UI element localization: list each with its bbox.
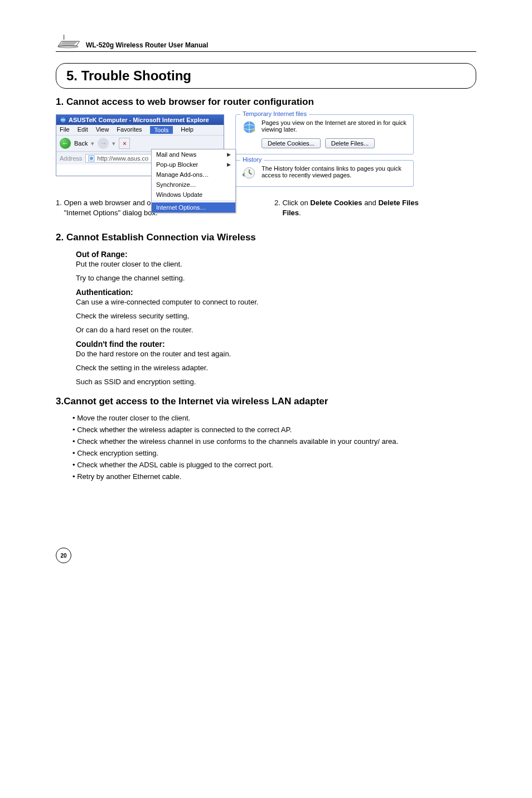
ie-window-mock: ASUSTeK Computer - Microsoft Internet Ex… (56, 114, 224, 176)
internet-files-icon (241, 119, 257, 135)
s2-p7: Check the setting in the wireless adapte… (76, 364, 476, 372)
ie-logo-icon (60, 117, 66, 123)
tif-legend: Temporary Internet files (240, 110, 309, 117)
menu-popup-blocker[interactable]: Pop-up Blocker▶ (152, 159, 235, 170)
caption-2: 2. Click on Delete Cookies and Delete Fi… (274, 198, 476, 217)
menu-view[interactable]: View (96, 126, 109, 134)
address-value: http://www.asus.co (97, 155, 148, 162)
page-icon (88, 155, 95, 162)
history-icon (241, 165, 257, 181)
address-label: Address (60, 155, 82, 162)
history-group: History The History folder contains link… (235, 160, 414, 187)
section3-bullets: Move the router closer to the client. Ch… (72, 414, 476, 481)
header-product-line: WL-520g Wireless Router User Manual (86, 41, 208, 49)
page-header: WL-520g Wireless Router User Manual (56, 33, 476, 52)
back-button-icon[interactable]: ← (60, 138, 71, 149)
s2-p5: Or can do a hard reset on the router. (76, 326, 476, 334)
sub-couldnt-find: Couldn't find the router: (76, 340, 476, 349)
menu-synchronize[interactable]: Synchronize… (152, 180, 235, 190)
s2-p3: Can use a wire-connected computer to con… (76, 298, 476, 306)
menu-help[interactable]: Help (181, 126, 194, 134)
temp-internet-files-group: Temporary Internet files Pages you view … (235, 114, 414, 154)
menu-separator (152, 201, 235, 201)
ie-menubar: File Edit View Favorites Tools Help (56, 125, 224, 136)
page-number: 20 (56, 548, 71, 563)
router-icon (56, 33, 80, 49)
bullet-5: Check whether the ADSL cable is plugged … (72, 461, 476, 469)
menu-tools[interactable]: Tools (150, 126, 173, 134)
figure-row: ASUSTeK Computer - Microsoft Internet Ex… (56, 114, 476, 192)
menu-favorites[interactable]: Favorites (117, 126, 142, 134)
bullet-2: Check whether the wireless adapter is co… (72, 425, 476, 434)
s2-p4: Check the wireless security setting, (76, 312, 476, 320)
menu-manage-addons[interactable]: Manage Add-ons… (152, 170, 235, 180)
section3-heading: 3.Cannot get access to the Internet via … (56, 396, 476, 407)
tools-dropdown: Mail and News▶ Pop-up Blocker▶ Manage Ad… (151, 149, 236, 213)
bullet-3: Check whether the wireless channel in us… (72, 437, 476, 446)
back-label: Back (74, 140, 88, 147)
bullet-1: Move the router closer to the client. (72, 414, 476, 422)
internet-options-panel: Temporary Internet files Pages you view … (235, 114, 414, 192)
ie-title-text: ASUSTeK Computer - Microsoft Internet Ex… (69, 117, 209, 123)
tif-text: Pages you view on the Internet are store… (262, 119, 408, 133)
history-text: The History folder contains links to pag… (262, 165, 408, 178)
menu-file[interactable]: File (60, 126, 70, 134)
sub-out-of-range: Out of Range: (76, 250, 476, 259)
stop-button-icon[interactable]: × (119, 138, 130, 149)
menu-mail-news[interactable]: Mail and News▶ (152, 149, 235, 159)
forward-button-icon[interactable]: → (98, 138, 109, 149)
delete-cookies-button[interactable]: Delete Cookies... (262, 138, 321, 148)
bullet-4: Check encryption setting. (72, 449, 476, 457)
sub-authentication: Authentication: (76, 288, 476, 297)
ie-titlebar: ASUSTeK Computer - Microsoft Internet Ex… (56, 115, 224, 125)
menu-internet-options[interactable]: Internet Options… (152, 202, 235, 212)
s2-p1: Put the router closer to the client. (76, 260, 476, 268)
figure-captions: 1. Open a web browser and open "Internet… (56, 192, 476, 217)
ie-toolbar: ← Back ▾ → ▾ × Mail and News▶ Pop-up Blo… (56, 136, 224, 152)
chapter-title: 5. Trouble Shooting (66, 68, 191, 83)
chapter-box: 5. Trouble Shooting (56, 63, 476, 89)
svg-point-9 (90, 157, 93, 160)
section2-heading: 2. Cannot Establish Connection via Wirel… (56, 232, 476, 243)
history-legend: History (240, 156, 264, 163)
menu-windows-update[interactable]: Windows Update (152, 190, 235, 200)
menu-edit[interactable]: Edit (78, 126, 88, 134)
bullet-6: Retry by another Ethernet cable. (72, 472, 476, 481)
delete-files-button[interactable]: Delete Files... (325, 138, 375, 148)
s2-p8: Such as SSID and encryption setting. (76, 378, 476, 386)
s2-p2: Try to change the channel setting. (76, 274, 476, 282)
section1-heading: 1. Cannot access to web browser for rout… (56, 96, 476, 108)
s2-p6: Do the hard restore on the router and te… (76, 350, 476, 358)
page-number-wrap: 20 (56, 548, 476, 563)
